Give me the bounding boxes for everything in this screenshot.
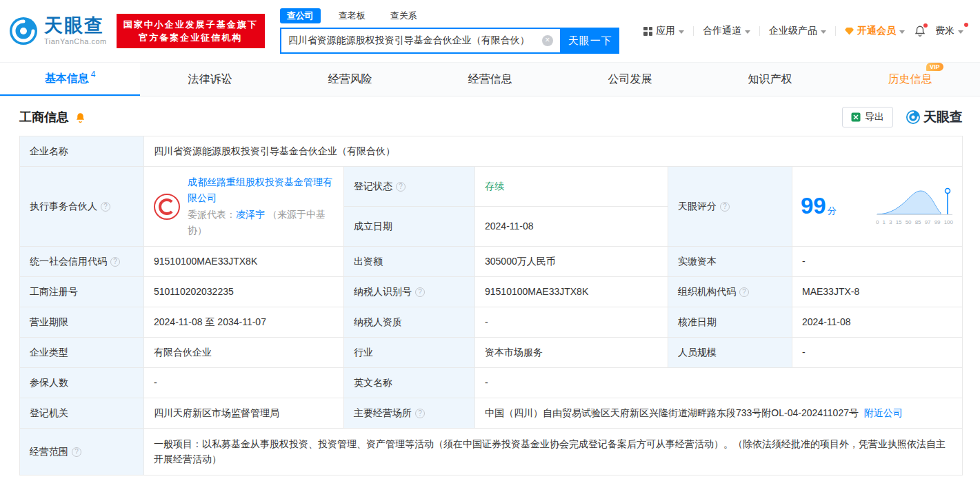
info-icon[interactable] [72, 447, 81, 457]
tab-basic-info[interactable]: 基本信息 4 [0, 63, 140, 96]
taxpayer-qualification-value: - [475, 307, 668, 338]
nav-cooperation-label: 合作通道 [703, 25, 741, 37]
org-code-value: MAE33JTX-8 [792, 277, 963, 307]
approval-date-value: 2024-11-08 [792, 307, 963, 338]
info-icon[interactable] [739, 287, 749, 297]
score-value: 99分 [801, 194, 837, 218]
nav-enterprise-label: 企业级产品 [769, 25, 817, 37]
registration-status-value: 存续 [475, 167, 668, 207]
registration-status-label: 登记状态 [344, 167, 475, 207]
establish-date-label: 成立日期 [344, 207, 475, 247]
business-address-label: 主要经营场所 [344, 398, 475, 429]
capital-value: 305000万人民币 [475, 247, 668, 277]
apps-grid-icon [643, 27, 652, 36]
nav-user-label: 费米 [935, 25, 954, 37]
table-row: 执行事务合伙人 成都丝路重组股权投资基金管理有限公司 委派代表：凌泽宇 （来源于… [20, 167, 963, 247]
badge-line-1: 国家中小企业发展子基金旗下 [123, 18, 258, 31]
table-row: 参保人数 - 英文名称 - [20, 368, 963, 398]
nav-user[interactable]: 费米 [935, 25, 963, 37]
vip-gem-icon [845, 28, 854, 35]
registration-authority-value: 四川天府新区市场监督管理局 [144, 398, 344, 429]
tab-development[interactable]: 公司发展 [560, 63, 700, 96]
business-term-label: 营业期限 [20, 307, 144, 338]
user-red-dot [964, 23, 968, 27]
search-button[interactable]: 天眼一下 [561, 28, 619, 54]
nav-open-vip[interactable]: 开通会员 [845, 25, 905, 37]
info-icon[interactable] [110, 257, 120, 267]
vip-badge: VIP [926, 63, 943, 71]
search-tab-company[interactable]: 查公司 [280, 8, 321, 23]
search-tab-relation[interactable]: 查关系 [383, 8, 424, 23]
nav-divider [759, 26, 760, 36]
tab-intellectual-property[interactable]: 知识产权 [700, 63, 840, 96]
registration-number-value: 510110202032235 [144, 277, 344, 307]
staff-size-value: - [792, 338, 963, 368]
nav-apps[interactable]: 应用 [643, 25, 684, 37]
table-row: 统一社会信用代码 91510100MAE33JTX8K 出资额 305000万人… [20, 247, 963, 277]
business-term-value: 2024-11-08 至 2034-11-07 [144, 307, 344, 338]
export-button-label: 导出 [865, 111, 884, 123]
chevron-down-icon [821, 30, 826, 34]
tab-development-label: 公司发展 [608, 72, 652, 87]
info-icon[interactable] [415, 409, 425, 418]
search-tab-boss[interactable]: 查老板 [332, 8, 372, 23]
business-address-value: 中国（四川）自由贸易试验区天府新区兴隆街道湖畔路东段733号附OL-04-202… [475, 398, 963, 429]
info-icon[interactable] [101, 202, 110, 212]
notification-red-dot [923, 23, 928, 28]
tianyancha-watermark: 天眼查 [906, 108, 963, 126]
tab-operation[interactable]: 经营信息 [420, 63, 560, 96]
subscribe-bell-icon[interactable] [74, 112, 86, 123]
header: 天眼查 TianYanCha.com 国家中小企业发展子基金旗下 官方备案企业征… [0, 0, 980, 62]
credit-code-label: 统一社会信用代码 [20, 247, 144, 277]
chevron-down-icon [679, 30, 684, 34]
export-button[interactable]: 导出 [842, 107, 893, 127]
search-clear-icon[interactable] [542, 35, 553, 46]
score-cell: 99分 0131550859799100 [792, 167, 963, 247]
nav-cooperation[interactable]: 合作通道 [703, 25, 750, 37]
tianyancha-logo[interactable]: 天眼查 TianYanCha.com [8, 16, 107, 46]
tab-legal[interactable]: 法律诉讼 [140, 63, 280, 96]
table-row: 工商注册号 510110202032235 纳税人识别号 91510100MAE… [20, 277, 963, 307]
tab-history-label: 历史信息 [888, 73, 932, 85]
business-scope-label: 经营范围 [20, 429, 144, 475]
company-name-label: 企业名称 [20, 136, 144, 167]
table-row: 经营范围 一般项目：以私募基金从事股权投资、投资管理、资产管理等活动（须在中国证… [20, 429, 963, 475]
info-icon[interactable] [396, 182, 406, 192]
badge-line-2: 官方备案企业征信机构 [123, 31, 258, 44]
notification-bell[interactable] [914, 25, 926, 37]
chevron-down-icon [899, 30, 905, 34]
org-code-label: 组织机构代码 [668, 277, 792, 307]
watermark-logo-icon [906, 110, 921, 125]
nearby-companies-link[interactable]: 附近公司 [864, 407, 903, 418]
english-name-value: - [475, 368, 963, 398]
tab-legal-label: 法律诉讼 [188, 72, 232, 87]
chevron-down-icon [958, 30, 963, 34]
partner-rep-label: 委派代表： [188, 209, 236, 220]
credit-code-value: 91510100MAE33JTX8K [144, 247, 344, 277]
search-box [280, 28, 561, 54]
table-row: 登记机关 四川天府新区市场监督管理局 主要经营场所 中国（四川）自由贸易试验区天… [20, 398, 963, 429]
nav-enterprise-products[interactable]: 企业级产品 [769, 25, 826, 37]
partner-company-link[interactable]: 成都丝路重组股权投资基金管理有限公司 [188, 176, 332, 203]
tab-risk[interactable]: 经营风险 [280, 63, 420, 96]
excel-icon [851, 112, 861, 122]
score-chart: 0131550859799100 [875, 186, 954, 227]
executive-partner-label: 执行事务合伙人 [20, 167, 144, 247]
company-tab-bar: 基本信息 4 法律诉讼 经营风险 经营信息 公司发展 知识产权 历史信息 VIP [0, 62, 980, 96]
table-row: 企业名称 四川省资源能源股权投资引导基金合伙企业（有限合伙） [20, 136, 963, 167]
nav-vip-label: 开通会员 [857, 25, 896, 37]
section-title: 工商信息 [19, 109, 69, 125]
nav-divider [835, 26, 836, 36]
info-icon[interactable] [415, 287, 425, 297]
nav-apps-label: 应用 [656, 25, 675, 37]
registration-number-label: 工商注册号 [20, 277, 144, 307]
search-area: 查公司 查老板 查关系 天眼一下 [280, 8, 619, 54]
tab-history[interactable]: 历史信息 VIP [840, 63, 980, 96]
capital-label: 出资额 [344, 247, 475, 277]
info-icon[interactable] [720, 202, 730, 212]
registration-authority-label: 登记机关 [20, 398, 144, 429]
partner-rep-link[interactable]: 凌泽宇 [236, 209, 265, 220]
search-input[interactable] [281, 35, 542, 46]
company-type-value: 有限合伙企业 [144, 338, 344, 368]
staff-size-label: 人员规模 [668, 338, 792, 368]
